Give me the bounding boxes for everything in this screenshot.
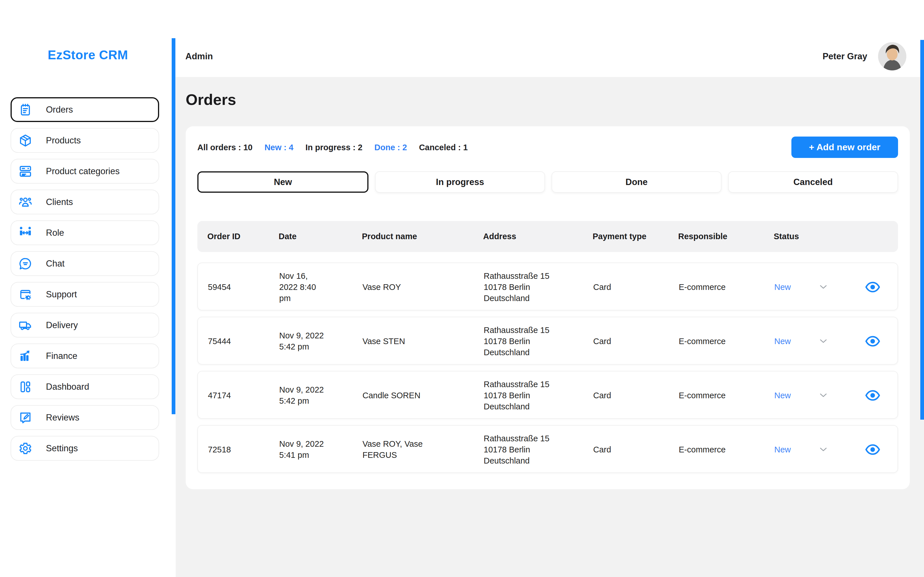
column-header: Responsible	[678, 221, 768, 252]
table-header: Order IDDateProduct nameAddressPayment t…	[197, 221, 898, 252]
sidebar-scrollbar[interactable]	[172, 38, 176, 414]
breadcrumb: Admin	[185, 51, 213, 61]
summary-count[interactable]: In progress : 2	[305, 143, 363, 152]
table-row: 75444 Nov 9, 20225:42 pm Vase STEN Ratha…	[197, 317, 898, 364]
chevron-down-icon[interactable]	[820, 425, 827, 474]
avatar-image	[878, 42, 906, 71]
cell-payment-type: Card	[593, 263, 675, 311]
page-title: Orders	[185, 91, 236, 108]
cell-address: Rathausstraße 1510178 BerlinDeutschland	[484, 371, 587, 419]
eye-icon[interactable]	[865, 425, 880, 474]
sidebar-item-finance[interactable]: Finance	[11, 343, 159, 368]
settings-icon	[18, 441, 33, 456]
clients-icon	[18, 195, 33, 210]
column-header: Date	[279, 221, 356, 252]
table-row: 47174 Nov 9, 20225:42 pm Candle SOREN Ra…	[197, 371, 898, 419]
sidebar-item-chat[interactable]: Chat	[11, 251, 159, 276]
sidebar-item-label: Role	[46, 228, 64, 238]
status-value[interactable]: New	[774, 317, 817, 365]
sidebar-item-label: Product categories	[46, 166, 119, 176]
sidebar-item-role[interactable]: Role	[11, 220, 159, 245]
dashboard-icon	[18, 379, 33, 394]
chat-icon	[18, 256, 33, 271]
sidebar-item-products[interactable]: Products	[11, 128, 159, 153]
topbar: Admin Peter Gray	[176, 0, 924, 77]
chevron-down-icon[interactable]	[820, 317, 827, 365]
tab-new[interactable]: New	[197, 171, 368, 193]
orders-table-body: 59454 Nov 16,2022 8:40pm Vase ROY Rathau…	[197, 263, 898, 473]
sidebar-item-support[interactable]: Support	[11, 282, 159, 307]
cell-product-name: Vase ROY	[363, 263, 478, 311]
sidebar-item-reviews[interactable]: Reviews	[11, 405, 159, 430]
tab-done[interactable]: Done	[551, 171, 721, 193]
page-scrollbar[interactable]	[920, 40, 924, 420]
delivery-icon	[18, 318, 33, 333]
user-name: Peter Gray	[822, 51, 867, 61]
cell-address: Rathausstraße 1510178 BerlinDeutschland	[484, 263, 587, 311]
avatar[interactable]	[878, 42, 906, 71]
sidebar-item-label: Settings	[46, 443, 78, 454]
cell-product-name: Vase STEN	[363, 317, 478, 365]
cell-order-id: 75444	[208, 317, 274, 365]
cell-responsible: E-commerce	[679, 425, 769, 474]
product-categories-icon	[18, 164, 33, 179]
eye-icon[interactable]	[865, 263, 880, 311]
support-icon	[18, 287, 33, 302]
orders-summary: All orders : 10New : 4In progress : 2Don…	[197, 143, 468, 152]
sidebar-nav: OrdersProductsProduct categoriesClientsR…	[11, 97, 159, 461]
sidebar: EzStore CRM OrdersProductsProduct catego…	[0, 0, 176, 577]
sidebar-item-label: Clients	[46, 197, 73, 207]
sidebar-item-label: Orders	[46, 105, 73, 115]
tab-canceled[interactable]: Canceled	[728, 171, 898, 193]
status-value[interactable]: New	[774, 263, 817, 311]
cell-date: Nov 9, 20225:41 pm	[279, 425, 357, 474]
reviews-icon	[18, 410, 33, 425]
finance-icon	[18, 349, 33, 363]
cell-payment-type: Card	[593, 317, 675, 365]
orders-card: All orders : 10New : 4In progress : 2Don…	[185, 126, 910, 489]
orders-icon	[18, 102, 33, 117]
summary-count[interactable]: Canceled : 1	[419, 143, 468, 152]
eye-icon[interactable]	[865, 371, 880, 419]
sidebar-item-label: Delivery	[46, 320, 78, 330]
cell-order-id: 47174	[208, 371, 274, 419]
cell-address: Rathausstraße 1510178 BerlinDeutschland	[484, 317, 587, 365]
chevron-down-icon[interactable]	[820, 371, 827, 419]
role-icon	[18, 226, 33, 240]
cell-address: Rathausstraße 1510178 BerlinDeutschland	[484, 425, 587, 474]
sidebar-item-orders[interactable]: Orders	[11, 97, 159, 122]
sidebar-item-product-categories[interactable]: Product categories	[11, 159, 159, 184]
sidebar-item-label: Finance	[46, 351, 77, 361]
summary-count[interactable]: All orders : 10	[197, 143, 252, 152]
sidebar-item-label: Support	[46, 289, 77, 300]
chevron-down-icon[interactable]	[820, 263, 827, 311]
add-new-order-button[interactable]: + Add new order	[792, 137, 898, 158]
sidebar-item-delivery[interactable]: Delivery	[11, 313, 159, 337]
user-menu[interactable]: Peter Gray	[822, 42, 906, 71]
sidebar-item-clients[interactable]: Clients	[11, 190, 159, 214]
sidebar-item-settings[interactable]: Settings	[11, 436, 159, 461]
eye-icon[interactable]	[865, 317, 880, 365]
column-header: Status	[774, 221, 816, 252]
sidebar-item-label: Dashboard	[46, 382, 89, 392]
table-row: 72518 Nov 9, 20225:41 pm Vase ROY, VaseF…	[197, 425, 898, 473]
column-header: Payment type	[593, 221, 675, 252]
app-window: EzStore CRM OrdersProductsProduct catego…	[0, 0, 924, 577]
tab-in-progress[interactable]: In progress	[375, 171, 545, 193]
sidebar-item-label: Reviews	[46, 413, 79, 423]
column-header: Order ID	[207, 221, 273, 252]
column-header: Product name	[362, 221, 477, 252]
summary-count[interactable]: Done : 2	[374, 143, 407, 152]
status-value[interactable]: New	[774, 371, 817, 419]
cell-responsible: E-commerce	[679, 263, 769, 311]
sidebar-item-label: Products	[46, 135, 81, 146]
summary-count[interactable]: New : 4	[264, 143, 293, 152]
cell-payment-type: Card	[593, 371, 675, 419]
cell-date: Nov 9, 20225:42 pm	[279, 317, 357, 365]
cell-date: Nov 16,2022 8:40pm	[279, 263, 357, 311]
cell-order-id: 59454	[208, 263, 274, 311]
table-row: 59454 Nov 16,2022 8:40pm Vase ROY Rathau…	[197, 263, 898, 311]
status-value[interactable]: New	[774, 425, 817, 474]
products-icon	[18, 133, 33, 148]
sidebar-item-dashboard[interactable]: Dashboard	[11, 374, 159, 399]
